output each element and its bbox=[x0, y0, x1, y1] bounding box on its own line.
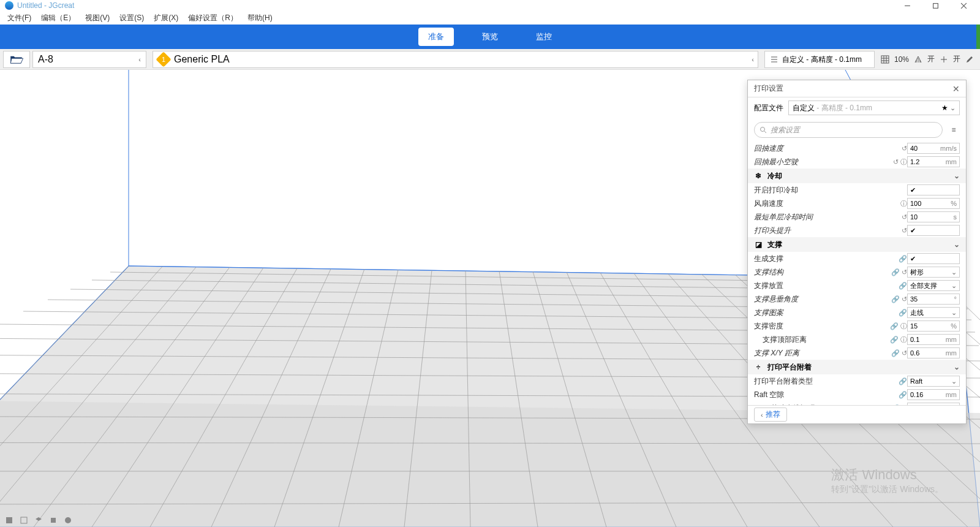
support-structure-dropdown[interactable]: 树形⌄ bbox=[907, 267, 960, 278]
cooling-enable-checkbox[interactable]: ✔ bbox=[907, 184, 960, 195]
section-adhesion[interactable]: ÷ 打印平台附着 ⌄ bbox=[748, 360, 966, 374]
svg-point-66 bbox=[65, 517, 71, 523]
menu-settings[interactable]: 设置(S) bbox=[116, 12, 148, 24]
material-name: Generic PLA bbox=[174, 54, 230, 65]
setting-raft-base-dist: Raft 基础走线间距 🔗 ↺ 3mm bbox=[748, 401, 966, 405]
statusbar bbox=[5, 516, 72, 525]
profile-extras: 10% 开 开 bbox=[875, 49, 980, 69]
windows-watermark: 激活 Windows 转到"设置"以激活 Windows。 bbox=[831, 466, 943, 495]
view-layers-icon[interactable] bbox=[34, 516, 43, 525]
raft-gap-input[interactable]: 0.16mm bbox=[907, 389, 960, 400]
chevron-left-icon: ‹ bbox=[138, 56, 141, 63]
tab-preview[interactable]: 预览 bbox=[472, 28, 508, 46]
setting-support-top-dist: 支撑顶部距离 🔗 ⓘ 0.1mm bbox=[748, 333, 966, 346]
setting-gen-support: 生成支撑 🔗 ✔ bbox=[748, 252, 966, 265]
printer-name: A-8 bbox=[38, 54, 53, 65]
search-placeholder: 搜索设置 bbox=[771, 125, 800, 135]
recommend-button[interactable]: ‹ 推荐 bbox=[754, 408, 787, 422]
snowflake-icon: ❄ bbox=[754, 172, 763, 180]
infill-icon bbox=[881, 55, 889, 64]
support-placement-dropdown[interactable]: 全部支撑⌄ bbox=[907, 280, 960, 291]
menu-view[interactable]: 视图(V) bbox=[81, 12, 113, 24]
profile-dropdown[interactable]: 自定义 - 高精度 - 0.1mm ★ ⌄ bbox=[788, 100, 960, 115]
support-section-icon: ◪ bbox=[754, 240, 763, 249]
gen-support-checkbox[interactable]: ✔ bbox=[907, 253, 960, 264]
tab-prepare[interactable]: 准备 bbox=[418, 28, 454, 46]
printer-selector[interactable]: A-8 ‹ bbox=[32, 51, 146, 68]
profile-selector[interactable]: 自定义 - 高精度 - 0.1mm bbox=[764, 51, 875, 68]
infobar: A-8 ‹ 1 Generic PLA ‹ 自定义 - 高精度 - 0.1mm … bbox=[0, 49, 980, 70]
support-angle-input[interactable]: 35° bbox=[907, 294, 960, 305]
setting-support-xy-dist: 支撑 X/Y 距离 🔗 ↺ 0.6mm bbox=[748, 346, 966, 360]
min-layer-time-input[interactable]: 10s bbox=[907, 211, 960, 222]
lines-icon bbox=[770, 55, 778, 64]
section-support[interactable]: ◪ 支撑 ⌄ bbox=[748, 237, 966, 252]
pencil-icon[interactable] bbox=[965, 55, 974, 64]
maximize-button[interactable] bbox=[921, 0, 949, 11]
svg-rect-7 bbox=[881, 56, 889, 63]
settings-body[interactable]: 回抽速度 ↺ 40mm/s 回抽最小空驶 ↺ ⓘ 1.2mm ❄ 冷却 ⌄ 开启… bbox=[748, 142, 966, 405]
stage-tabbar: 准备 预览 监控 bbox=[0, 25, 980, 49]
support-icon bbox=[914, 55, 922, 64]
search-icon bbox=[760, 126, 767, 134]
support-pattern-dropdown[interactable]: 走线⌄ bbox=[907, 307, 960, 318]
setting-support-density: 支撑密度 🔗 ⓘ 15% bbox=[748, 319, 966, 333]
raft-base-dist-input[interactable]: 3mm bbox=[907, 403, 960, 405]
panel-title: 打印设置 bbox=[754, 83, 783, 94]
open-file-button[interactable] bbox=[3, 51, 30, 68]
extruder-badge: 1 bbox=[156, 51, 171, 67]
retract-min-input[interactable]: 1.2mm bbox=[907, 156, 960, 167]
svg-point-61 bbox=[761, 127, 765, 132]
setting-adhesion-type: 打印平台附着类型 🔗 Raft⌄ bbox=[748, 374, 966, 388]
setting-raft-gap: Raft 空隙 🔗 0.16mm bbox=[748, 388, 966, 401]
head-lift-checkbox[interactable]: ✔ bbox=[907, 225, 960, 236]
setting-support-placement: 支撑放置 🔗 全部支撑⌄ bbox=[748, 279, 966, 292]
config-label: 配置文件 bbox=[754, 103, 783, 113]
setting-head-lift: 打印头提升 ↺ ✔ bbox=[748, 224, 966, 237]
support-xy-dist-input[interactable]: 0.6mm bbox=[907, 347, 960, 358]
setting-retract-min: 回抽最小空驶 ↺ ⓘ 1.2mm bbox=[748, 155, 966, 169]
app-icon bbox=[5, 1, 13, 10]
svg-rect-65 bbox=[51, 518, 56, 523]
search-input[interactable]: 搜索设置 bbox=[754, 122, 943, 138]
chevron-down-icon: ⌄ bbox=[954, 172, 960, 180]
close-icon[interactable]: ✕ bbox=[952, 84, 960, 94]
support-value: 开 bbox=[927, 54, 935, 64]
view-iso-icon[interactable] bbox=[64, 516, 72, 525]
setting-support-structure: 支撑结构 🔗 ↺ 树形⌄ bbox=[748, 265, 966, 279]
chevron-left-icon: ‹ bbox=[761, 411, 763, 419]
menu-edit[interactable]: 编辑（E） bbox=[37, 12, 79, 24]
menu-extensions[interactable]: 扩展(X) bbox=[150, 12, 182, 24]
menu-help[interactable]: 帮助(H) bbox=[244, 12, 276, 24]
chevron-down-icon: ⌄ bbox=[954, 240, 960, 249]
material-selector[interactable]: 1 Generic PLA ‹ bbox=[153, 51, 758, 68]
setting-retract-speed: 回抽速度 ↺ 40mm/s bbox=[748, 142, 966, 155]
minimize-button[interactable] bbox=[893, 0, 921, 11]
fan-speed-input[interactable]: 100% bbox=[907, 198, 960, 209]
section-cooling[interactable]: ❄ 冷却 ⌄ bbox=[748, 169, 966, 183]
svg-rect-1 bbox=[933, 3, 938, 8]
close-button[interactable] bbox=[949, 0, 978, 11]
print-settings-panel: 打印设置 ✕ 配置文件 自定义 - 高精度 - 0.1mm ★ ⌄ 搜索设置 ≡… bbox=[747, 80, 967, 424]
tab-monitor[interactable]: 监控 bbox=[526, 28, 562, 46]
panel-header: 打印设置 ✕ bbox=[748, 80, 966, 97]
adhesion-icon bbox=[940, 55, 948, 64]
svg-rect-63 bbox=[6, 517, 12, 523]
chevron-left-icon: ‹ bbox=[752, 56, 754, 63]
view-xray-icon[interactable] bbox=[20, 516, 28, 525]
menu-preferences[interactable]: 偏好设置（R） bbox=[184, 12, 241, 24]
svg-line-62 bbox=[764, 131, 766, 133]
setting-support-angle: 支撑悬垂角度 🔗 ↺ 35° bbox=[748, 292, 966, 306]
view-front-icon[interactable] bbox=[49, 516, 58, 525]
infill-value: 10% bbox=[894, 55, 909, 64]
view-solid-icon[interactable] bbox=[5, 516, 13, 525]
menu-file[interactable]: 文件(F) bbox=[4, 12, 35, 24]
support-density-input[interactable]: 15% bbox=[907, 320, 960, 332]
hamburger-icon[interactable]: ≡ bbox=[948, 126, 960, 134]
setting-support-pattern: 支撑图案 🔗 走线⌄ bbox=[748, 306, 966, 319]
profile-row: 配置文件 自定义 - 高精度 - 0.1mm ★ ⌄ bbox=[748, 97, 966, 118]
retract-speed-input[interactable]: 40mm/s bbox=[907, 143, 960, 154]
support-top-dist-input[interactable]: 0.1mm bbox=[907, 334, 960, 345]
adhesion-type-dropdown[interactable]: Raft⌄ bbox=[907, 376, 960, 387]
menubar: 文件(F) 编辑（E） 视图(V) 设置(S) 扩展(X) 偏好设置（R） 帮助… bbox=[0, 11, 980, 25]
